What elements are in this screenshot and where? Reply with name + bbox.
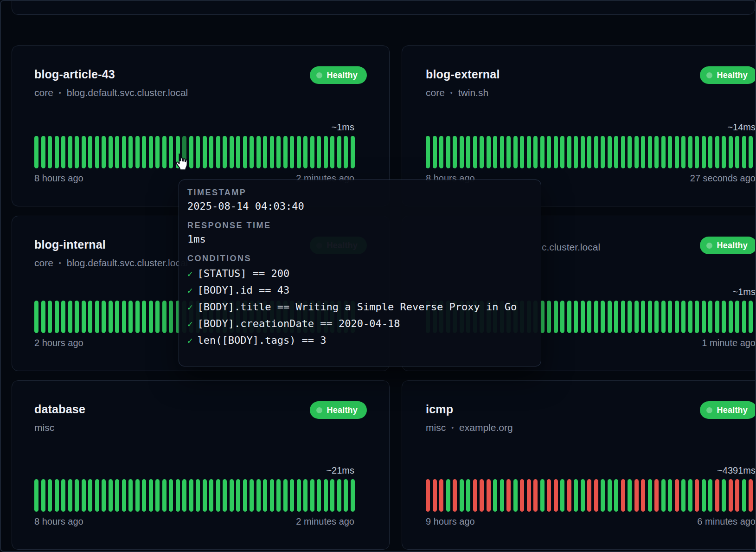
- history-bar[interactable]: [95, 479, 99, 512]
- history-bar[interactable]: [608, 136, 612, 168]
- history-bar[interactable]: [547, 136, 551, 168]
- history-bar[interactable]: [581, 301, 585, 333]
- history-bar[interactable]: [230, 479, 234, 512]
- history-bar[interactable]: [594, 301, 598, 333]
- history-bar[interactable]: [460, 479, 464, 512]
- history-bar[interactable]: [722, 136, 726, 168]
- history-bar[interactable]: [155, 301, 160, 333]
- history-bar[interactable]: [506, 136, 511, 168]
- history-bar[interactable]: [88, 479, 92, 512]
- history-bar[interactable]: [297, 136, 301, 168]
- history-bar[interactable]: [88, 301, 92, 333]
- history-bar[interactable]: [317, 479, 321, 512]
- endpoint-card[interactable]: icmp misc • example.org Healthy ~4391ms …: [402, 380, 756, 550]
- history-bar[interactable]: [236, 479, 240, 512]
- history-bar[interactable]: [453, 136, 457, 168]
- history-bar[interactable]: [102, 479, 106, 512]
- history-bar[interactable]: [337, 479, 341, 512]
- history-bar[interactable]: [487, 479, 491, 512]
- history-bar[interactable]: [466, 479, 470, 512]
- history-bar[interactable]: [460, 136, 464, 168]
- history-bar[interactable]: [95, 301, 99, 333]
- history-bar[interactable]: [303, 479, 308, 512]
- history-bar[interactable]: [614, 136, 618, 168]
- history-bar[interactable]: [513, 479, 518, 512]
- history-bar[interactable]: [270, 136, 274, 168]
- history-bar[interactable]: [34, 136, 38, 168]
- history-bar[interactable]: [453, 479, 457, 512]
- history-bar[interactable]: [55, 136, 59, 168]
- history-bar[interactable]: [115, 301, 119, 333]
- history-bar[interactable]: [330, 479, 334, 512]
- history-bar[interactable]: [722, 301, 726, 333]
- history-bar[interactable]: [480, 479, 484, 512]
- history-bar[interactable]: [688, 479, 692, 512]
- history-bar[interactable]: [135, 136, 140, 168]
- history-bar[interactable]: [621, 301, 625, 333]
- history-bar[interactable]: [493, 136, 497, 168]
- history-bar[interactable]: [155, 479, 160, 512]
- history-bar[interactable]: [641, 479, 645, 512]
- history-bar[interactable]: [560, 301, 564, 333]
- history-bar[interactable]: [75, 479, 79, 512]
- history-bar[interactable]: [574, 301, 578, 333]
- history-bar[interactable]: [162, 479, 167, 512]
- history-bar[interactable]: [290, 479, 294, 512]
- history-bar[interactable]: [68, 479, 72, 512]
- history-bar[interactable]: [426, 136, 430, 168]
- history-bar[interactable]: [520, 479, 524, 512]
- history-bar[interactable]: [102, 301, 106, 333]
- history-bar[interactable]: [500, 479, 504, 512]
- history-bar[interactable]: [34, 301, 38, 333]
- history-bar[interactable]: [681, 136, 686, 168]
- history-bar[interactable]: [661, 301, 666, 333]
- history-bar[interactable]: [581, 136, 585, 168]
- history-bar[interactable]: [702, 479, 706, 512]
- history-bar[interactable]: [540, 136, 545, 168]
- history-bars[interactable]: [34, 136, 354, 168]
- history-bar[interactable]: [102, 136, 106, 168]
- history-bar[interactable]: [668, 136, 672, 168]
- history-bar[interactable]: [135, 301, 140, 333]
- history-bar[interactable]: [446, 479, 450, 512]
- history-bar[interactable]: [708, 479, 712, 512]
- history-bar[interactable]: [115, 136, 119, 168]
- history-bar[interactable]: [236, 136, 240, 168]
- history-bar[interactable]: [574, 136, 578, 168]
- history-bar[interactable]: [41, 136, 45, 168]
- history-bar[interactable]: [155, 136, 160, 168]
- history-bar[interactable]: [493, 479, 497, 512]
- history-bar[interactable]: [729, 301, 733, 333]
- history-bar[interactable]: [203, 136, 207, 168]
- history-bar[interactable]: [48, 301, 52, 333]
- history-bar[interactable]: [189, 136, 193, 168]
- history-bar[interactable]: [128, 479, 133, 512]
- history-bar[interactable]: [88, 136, 92, 168]
- history-bar[interactable]: [169, 479, 173, 512]
- history-bar[interactable]: [446, 136, 450, 168]
- history-bar[interactable]: [122, 301, 126, 333]
- history-bar[interactable]: [601, 136, 605, 168]
- history-bar[interactable]: [256, 479, 261, 512]
- history-bar[interactable]: [216, 479, 220, 512]
- history-bar[interactable]: [196, 136, 200, 168]
- history-bar[interactable]: [661, 479, 666, 512]
- history-bar[interactable]: [500, 136, 504, 168]
- history-bar[interactable]: [506, 479, 511, 512]
- history-bar[interactable]: [61, 479, 65, 512]
- history-bar[interactable]: [135, 479, 140, 512]
- history-bar[interactable]: [209, 479, 213, 512]
- history-bar[interactable]: [742, 479, 746, 512]
- history-bar[interactable]: [209, 136, 213, 168]
- history-bar[interactable]: [439, 479, 443, 512]
- history-bar[interactable]: [75, 136, 79, 168]
- history-bar[interactable]: [55, 301, 59, 333]
- history-bar[interactable]: [263, 136, 267, 168]
- history-bar[interactable]: [695, 136, 699, 168]
- history-bar[interactable]: [648, 136, 652, 168]
- history-bar[interactable]: [654, 136, 659, 168]
- history-bar[interactable]: [648, 301, 652, 333]
- history-bar[interactable]: [337, 136, 341, 168]
- history-bar[interactable]: [276, 479, 281, 512]
- history-bar[interactable]: [608, 479, 612, 512]
